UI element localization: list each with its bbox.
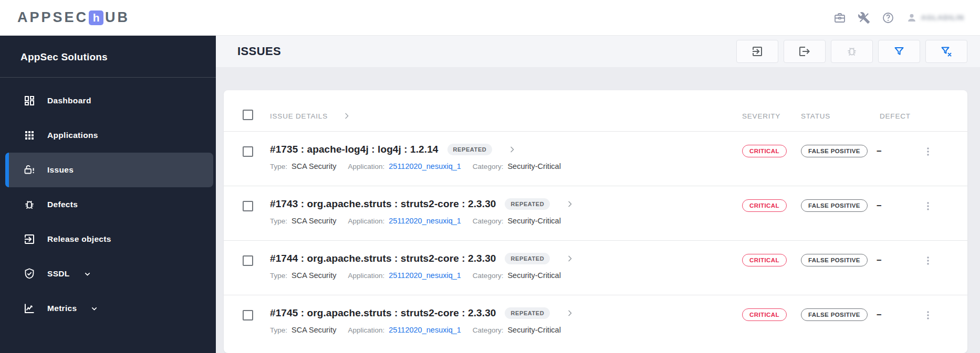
sidebar-item-label: Release objects xyxy=(47,234,111,244)
row-menu-button[interactable] xyxy=(918,196,939,217)
expand-chevron-icon[interactable] xyxy=(566,309,574,317)
severity-badge: CRITICAL xyxy=(742,145,787,157)
row-menu-button[interactable] xyxy=(918,250,939,271)
status-badge: FALSE POSITIVE xyxy=(801,254,868,266)
issue-details-cell: #1743 : org.apache.struts : struts2-core… xyxy=(270,186,738,240)
help-icon xyxy=(882,12,894,24)
sidebar-title: AppSec Solutions xyxy=(0,36,216,63)
issue-title: #1743 : org.apache.struts : struts2-core… xyxy=(270,198,496,210)
import-button[interactable] xyxy=(736,40,778,63)
defect-value: – xyxy=(875,132,918,186)
severity-badge: CRITICAL xyxy=(742,254,787,266)
tools-button[interactable] xyxy=(858,12,870,24)
row-checkbox[interactable] xyxy=(243,310,253,320)
sidebar-item-label: Applications xyxy=(47,131,98,140)
sidebar-item-label: SSDL xyxy=(47,269,70,279)
shield-check-icon xyxy=(23,268,36,280)
application-label: Application: xyxy=(348,326,384,334)
lock-alert-icon xyxy=(23,164,36,176)
column-severity: SEVERITY xyxy=(738,112,797,120)
bug-icon xyxy=(846,45,858,58)
application-label: Application: xyxy=(348,272,384,280)
sidebar-item-metrics[interactable]: Metrics xyxy=(0,291,216,326)
type-value: SCA Security xyxy=(291,162,336,170)
filter-icon xyxy=(893,45,905,58)
sidebar-item-label: Metrics xyxy=(47,304,77,313)
issue-details-cell: #1744 : org.apache.struts : struts2-core… xyxy=(270,241,738,295)
sidebar-item-defects[interactable]: Defects xyxy=(0,187,216,222)
type-label: Type: xyxy=(270,217,287,225)
application-link[interactable]: 25112020_nesuxiq_1 xyxy=(389,162,461,170)
repeated-badge: REPEATED xyxy=(505,198,550,210)
row-menu-button[interactable] xyxy=(918,305,939,326)
select-all-checkbox[interactable] xyxy=(243,110,253,120)
tools-icon xyxy=(858,12,870,24)
application-link[interactable]: 25112020_nesuxiq_1 xyxy=(389,326,461,334)
apps-icon xyxy=(23,129,36,142)
category-label: Category: xyxy=(473,163,504,170)
help-button[interactable] xyxy=(882,12,894,24)
category-value: Security-Critical xyxy=(507,271,561,280)
briefcase-button[interactable] xyxy=(833,12,846,24)
row-checkbox[interactable] xyxy=(243,146,253,157)
chevron-down-icon xyxy=(90,305,98,313)
issue-title: #1745 : org.apache.struts : struts2-core… xyxy=(270,307,496,319)
issue-row[interactable]: #1735 : apache-log4j : log4j : 1.2.14REP… xyxy=(224,131,967,186)
import-icon xyxy=(751,45,764,58)
main-area: ISSUES ISSUE DETAILS SEVERITY STATUS DEF… xyxy=(216,36,980,353)
type-label: Type: xyxy=(270,326,287,334)
logo-h-icon: h xyxy=(89,10,103,25)
sidebar: AppSec Solutions DashboardApplicationsIs… xyxy=(0,36,216,353)
metrics-icon xyxy=(23,302,36,315)
sidebar-item-ssdl[interactable]: SSDL xyxy=(0,256,216,291)
sidebar-item-label: Dashboard xyxy=(47,96,91,105)
repeated-badge: REPEATED xyxy=(505,253,550,264)
severity-badge: CRITICAL xyxy=(742,199,787,212)
category-label: Category: xyxy=(473,326,504,334)
briefcase-icon xyxy=(833,12,846,24)
row-menu-button[interactable] xyxy=(918,141,939,162)
filter-button[interactable] xyxy=(878,40,920,63)
page-title: ISSUES xyxy=(237,45,281,58)
sidebar-item-release-objects[interactable]: Release objects xyxy=(0,222,216,256)
sidebar-item-issues[interactable]: Issues xyxy=(5,153,213,187)
row-checkbox[interactable] xyxy=(243,201,253,211)
issue-row[interactable]: #1744 : org.apache.struts : struts2-core… xyxy=(224,240,967,295)
type-value: SCA Security xyxy=(291,217,336,225)
column-status: STATUS xyxy=(797,112,875,120)
issue-title: #1744 : org.apache.struts : struts2-core… xyxy=(270,253,496,264)
user-name: AGLADILIN xyxy=(921,14,965,22)
application-link[interactable]: 25112020_nesuxiq_1 xyxy=(389,217,461,225)
sidebar-item-dashboard[interactable]: Dashboard xyxy=(0,83,216,118)
sidebar-item-applications[interactable]: Applications xyxy=(0,118,216,153)
issue-title: #1735 : apache-log4j : log4j : 1.2.14 xyxy=(270,144,439,155)
content: ISSUE DETAILS SEVERITY STATUS DEFECT #17… xyxy=(216,67,980,353)
clear-filter-button[interactable] xyxy=(925,40,967,63)
issue-row[interactable]: #1745 : org.apache.struts : struts2-core… xyxy=(224,295,967,349)
expand-chevron-icon[interactable] xyxy=(566,200,574,208)
defect-value: – xyxy=(875,295,918,349)
status-badge: FALSE POSITIVE xyxy=(801,308,868,321)
sidebar-nav: DashboardApplicationsIssuesDefectsReleas… xyxy=(0,83,216,326)
page-header: ISSUES xyxy=(216,36,980,67)
expand-chevron-icon[interactable] xyxy=(566,254,574,263)
toolbar xyxy=(736,40,967,63)
application-link[interactable]: 25112020_nesuxiq_1 xyxy=(389,271,461,280)
filter-x-icon xyxy=(940,45,953,58)
application-label: Application: xyxy=(348,163,384,170)
topbar: APPSEC h UB AGLADILIN xyxy=(0,0,980,36)
user-menu[interactable]: AGLADILIN xyxy=(906,12,965,24)
user-icon xyxy=(906,12,918,24)
topbar-actions: AGLADILIN xyxy=(833,12,965,24)
app-logo[interactable]: APPSEC h UB xyxy=(17,9,130,26)
chevron-down-icon xyxy=(84,270,91,278)
column-defect: DEFECT xyxy=(875,112,918,120)
expand-chevron-icon[interactable] xyxy=(508,145,516,154)
issue-row[interactable]: #1743 : org.apache.struts : struts2-core… xyxy=(224,186,967,240)
type-label: Type: xyxy=(270,163,287,170)
chevron-right-icon[interactable] xyxy=(342,112,351,120)
logo-text-suffix: UB xyxy=(105,9,130,26)
export-button[interactable] xyxy=(784,40,826,63)
repeated-badge: REPEATED xyxy=(447,144,493,155)
row-checkbox[interactable] xyxy=(243,255,253,266)
